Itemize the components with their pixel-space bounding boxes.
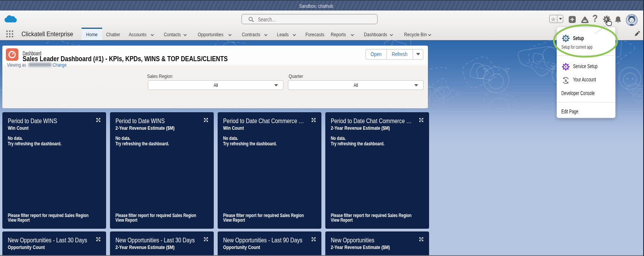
- svg-text:$: $: [565, 78, 567, 83]
